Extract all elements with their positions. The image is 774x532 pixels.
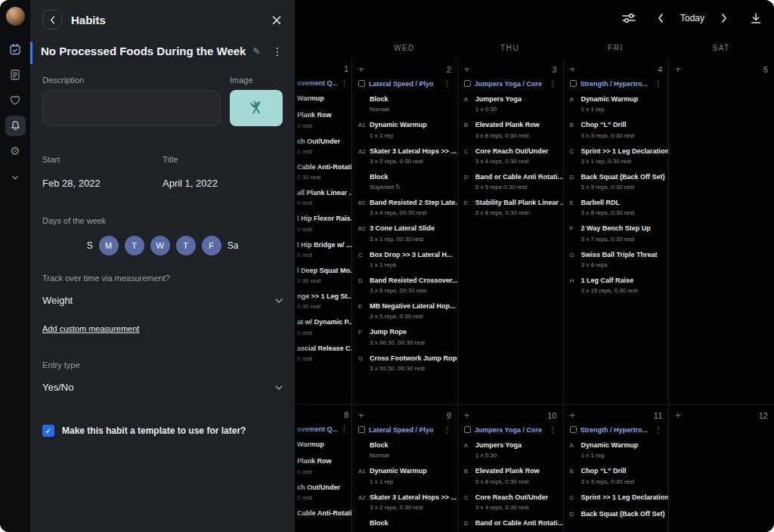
add-workout-button[interactable]: +: [464, 410, 470, 420]
exercise-item[interactable]: CSprint >> 1 Leg Declarations3 x 1 rep, …: [570, 147, 663, 165]
exercise-item[interactable]: CBox Drop >> 3 Lateral H...1 x 1 reps: [358, 251, 451, 268]
day-toggle-6[interactable]: Sa: [228, 240, 239, 251]
add-workout-button[interactable]: +: [570, 410, 576, 420]
back-button[interactable]: [42, 10, 62, 29]
workout-menu-icon[interactable]: ⋮: [655, 79, 662, 88]
exercise-item[interactable]: DBand or Cable Anti Rotati...: [464, 519, 557, 527]
day-toggle-3[interactable]: W: [150, 236, 170, 255]
exercise-item[interactable]: Warmup: [297, 441, 348, 449]
day-toggle-5[interactable]: F: [202, 236, 221, 255]
habit-image[interactable]: [230, 90, 283, 126]
workout-checkbox[interactable]: [570, 80, 577, 87]
exercise-item[interactable]: Warmup: [297, 94, 348, 103]
workout-checkbox[interactable]: [464, 80, 471, 87]
exercise-item[interactable]: EStability Ball Plank Linear ...3 x 8 re…: [464, 199, 557, 216]
exercise-item[interactable]: F2 Way Bench Step Up3 x 7 reps, 0:30 res…: [570, 224, 663, 242]
heart-hands-icon[interactable]: [5, 90, 26, 110]
day-cell[interactable]: +4Strength / Hypertro...⋮ADynamic Warmup…: [563, 59, 669, 404]
exercise-item[interactable]: DBand Resisted Crossover...3 x 5 reps, 0…: [358, 277, 451, 294]
add-workout-button[interactable]: +: [675, 64, 681, 74]
workout-menu-icon[interactable]: ⋮: [444, 425, 451, 434]
chevron-down-icon[interactable]: [5, 167, 26, 187]
exercise-item[interactable]: AJumpers Yoga1 x 0:30: [464, 441, 557, 459]
exercise-item[interactable]: BlockNormal: [358, 441, 451, 459]
exercise-item[interactable]: CCore Reach Out/Under3 x 4 reps, 0:30 re…: [464, 147, 557, 165]
day-toggle-0[interactable]: S: [87, 240, 93, 251]
exercise-item[interactable]: Cable Anti-Rotati...0:30 rest: [297, 163, 348, 181]
day-cell[interactable]: +11Strength / Hypertro...⋮ADynamic Warmu…: [563, 405, 669, 532]
exercise-item[interactable]: DBand or Cable Anti Rotati...5 x 5 reps …: [464, 173, 557, 190]
day-cell[interactable]: +3Jumpers Yoga / Core⋮AJumpers Yoga1 x 0…: [457, 59, 563, 404]
edit-icon[interactable]: ✎: [252, 46, 260, 57]
exercise-item[interactable]: at w/ Dynamic P...0 rest: [297, 318, 348, 336]
add-workout-button[interactable]: +: [358, 64, 364, 74]
exercise-item[interactable]: DBack Squat (Back Off Set): [570, 510, 663, 518]
workout-checkbox[interactable]: [464, 426, 471, 433]
exercise-item[interactable]: BChop “L” Drill3 x 3 reps, 0:30 rest: [570, 467, 663, 484]
exercise-item[interactable]: Block: [358, 519, 451, 527]
day-cell[interactable]: +5: [668, 59, 774, 404]
exercise-item[interactable]: FJump Rope3 x 00:30, 00:30 rest: [358, 328, 451, 345]
exercise-item[interactable]: all Plank Linear ...0 rest: [297, 189, 348, 206]
document-icon[interactable]: [5, 64, 26, 85]
exercise-item[interactable]: BlockSuperset ↻: [358, 173, 451, 190]
exercise-item[interactable]: Plank Row0 rest: [297, 111, 348, 128]
workout-title[interactable]: Lateral Speed / Plyo: [369, 426, 440, 434]
day-cell[interactable]: 1ovement Q...⋮WarmupPlank Row0 restch Ou…: [295, 59, 351, 404]
day-cell[interactable]: +9Lateral Speed / Plyo⋮BlockNormalA1Dyna…: [351, 405, 457, 532]
filters-icon[interactable]: [621, 11, 636, 26]
measurement-select[interactable]: Weight: [42, 295, 283, 306]
day-cell[interactable]: +10Jumpers Yoga / Core⋮AJumpers Yoga1 x …: [457, 405, 563, 532]
today-button[interactable]: Today: [680, 13, 704, 23]
end-date-field[interactable]: Title April 1, 2022: [163, 152, 283, 189]
exercise-item[interactable]: GSwiss Ball Triple Threat3 x 8 reps: [570, 251, 663, 268]
workout-title[interactable]: ovement Q...: [297, 425, 337, 433]
day-toggle-2[interactable]: T: [125, 236, 144, 255]
exercise-item[interactable]: A1Dynamic Warmup1 x 1 rep: [358, 121, 451, 138]
add-custom-measurement-link[interactable]: Add custom measurement: [42, 324, 139, 333]
workout-title[interactable]: Strength / Hypertro...: [580, 426, 652, 434]
exercise-item[interactable]: A1Dynamic Warmup1 x 1 rep: [358, 467, 451, 484]
workout-menu-icon[interactable]: ⋮: [341, 79, 348, 87]
exercise-item[interactable]: EBarbell RDL3 x 8 reps, 0:30 rest: [570, 199, 663, 216]
exercise-item[interactable]: DBack Squat (Back Off Set)5 x 5 reps, 0:…: [570, 173, 663, 190]
close-icon[interactable]: ×: [271, 13, 283, 27]
exercise-item[interactable]: B1Band Resisted 2 Step Late...3 x 4 reps…: [358, 199, 451, 216]
exercise-item[interactable]: ch Out/Under0 rest: [297, 138, 348, 155]
exercise-item[interactable]: BChop “L” Drill3 x 3 reps, 0:30 rest: [570, 121, 663, 138]
exercise-item[interactable]: EMB Negative Lateral Hop...3 x 5 reps, 0…: [358, 302, 451, 320]
day-cell[interactable]: +12: [668, 405, 774, 532]
entry-type-select[interactable]: Yes/No: [42, 382, 283, 393]
workout-title[interactable]: Strength / Hypertro...: [580, 80, 652, 88]
add-workout-button[interactable]: +: [675, 410, 681, 420]
workout-title[interactable]: Lateral Speed / Plyo: [369, 80, 440, 88]
gear-icon[interactable]: ⚙: [5, 141, 26, 162]
download-icon[interactable]: [748, 11, 763, 26]
workout-menu-icon[interactable]: ⋮: [655, 425, 662, 434]
workout-checkbox[interactable]: [358, 80, 365, 87]
day-cell[interactable]: +2Lateral Speed / Plyo⋮BlockNormalA1Dyna…: [351, 59, 457, 404]
exercise-item[interactable]: ADynamic Warmup1 x 1 rep: [570, 95, 663, 113]
day-toggle-1[interactable]: M: [99, 236, 119, 255]
kebab-menu-icon[interactable]: ⋮: [272, 45, 283, 57]
exercise-item[interactable]: Cable Anti-Rotati...: [297, 509, 348, 518]
day-toggle-4[interactable]: T: [176, 236, 196, 255]
start-date-field[interactable]: Start Feb 28, 2022: [42, 152, 163, 189]
workout-title[interactable]: Jumpers Yoga / Core: [475, 426, 546, 434]
bell-icon[interactable]: [5, 116, 26, 136]
exercise-item[interactable]: ADynamic Warmup1 x 1 rep: [570, 441, 663, 459]
exercise-item[interactable]: ascial Release C...0 rest: [297, 345, 348, 362]
template-checkbox[interactable]: ✓: [42, 425, 54, 437]
workout-menu-icon[interactable]: ⋮: [341, 425, 348, 433]
description-input[interactable]: [42, 90, 221, 126]
workout-title[interactable]: Jumpers Yoga / Core: [475, 80, 546, 88]
add-workout-button[interactable]: +: [464, 64, 470, 74]
exercise-item[interactable]: nge >> 1 Leg St...0:30 rest: [297, 292, 348, 310]
workout-menu-icon[interactable]: ⋮: [444, 79, 451, 88]
workout-title[interactable]: ovement Q...: [297, 79, 337, 87]
workout-checkbox[interactable]: [570, 426, 577, 433]
exercise-item[interactable]: BElevated Plank Row3 x 8 reps, 0:30 rest: [464, 121, 557, 138]
exercise-item[interactable]: H1 Leg Calf Raise3 x 15 reps, 0:30 rest: [570, 277, 663, 294]
exercise-item[interactable]: l Deep Squat Mo...0:30 rest: [297, 267, 348, 284]
chevron-left-icon[interactable]: [653, 11, 668, 26]
